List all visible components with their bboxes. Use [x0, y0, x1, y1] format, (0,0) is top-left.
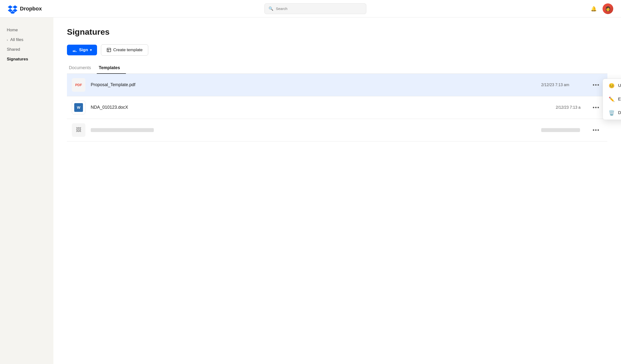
- sidebar-item-allfiles[interactable]: › All files: [0, 35, 53, 45]
- file-icon-pdf: PDF: [72, 78, 85, 92]
- sidebar-item-signatures[interactable]: Signatures: [0, 54, 53, 64]
- header: Dropbox 🔍 🔔 👩: [0, 0, 621, 17]
- edit-icon: ✏️: [609, 96, 615, 102]
- sidebar-item-label-shared: Shared: [7, 47, 20, 52]
- sidebar-item-label-allfiles: All files: [10, 37, 23, 42]
- context-menu-item-delete[interactable]: 🗑️ Delete: [603, 106, 621, 120]
- placeholder-bar-date: [541, 128, 590, 132]
- placeholder-bar-name: [91, 128, 154, 132]
- logo-text: Dropbox: [20, 6, 42, 12]
- file-icon-image: 🖼: [72, 123, 85, 137]
- search-icon: 🔍: [269, 6, 273, 11]
- avatar-image: 👩: [605, 6, 611, 11]
- sidebar-item-label-home: Home: [7, 28, 18, 33]
- more-options-button-image[interactable]: •••: [590, 126, 603, 134]
- sidebar: Home › All files Shared Signatures: [0, 17, 53, 364]
- more-options-button-proposal[interactable]: •••: [590, 81, 603, 89]
- sign-chevron-icon: ▾: [90, 48, 92, 52]
- context-menu-use-label: Use: [618, 83, 621, 88]
- more-options-button-nda[interactable]: •••: [590, 103, 603, 112]
- sidebar-item-shared[interactable]: Shared: [0, 45, 53, 54]
- context-menu-item-use[interactable]: 😊 Use: [603, 79, 621, 92]
- main-content: Signatures Sign ▾ Create template: [53, 17, 621, 364]
- file-row-image: 🖼 •••: [67, 119, 607, 141]
- dropbox-logo-icon: [8, 4, 17, 14]
- chevron-icon: ›: [7, 38, 8, 42]
- sidebar-item-home[interactable]: Home: [0, 25, 53, 35]
- template-icon: [106, 48, 111, 52]
- page-title: Signatures: [67, 27, 607, 37]
- notifications-button[interactable]: 🔔: [589, 4, 599, 14]
- file-name-nda: NDA_010123.docX: [91, 105, 556, 110]
- file-list: PDF Proposal_Template.pdf 2/12/23 7:13 a…: [67, 74, 607, 141]
- search-input[interactable]: [276, 7, 362, 11]
- create-template-button-label: Create template: [113, 48, 143, 52]
- layout: Home › All files Shared Signatures Signa…: [0, 17, 621, 364]
- file-icon-docx: W: [72, 101, 85, 114]
- sign-icon: [72, 48, 77, 52]
- svg-rect-0: [107, 48, 111, 52]
- avatar[interactable]: 👩: [603, 3, 613, 14]
- delete-icon: 🗑️: [609, 110, 615, 116]
- use-icon: 😊: [609, 83, 615, 88]
- header-right: 🔔 👩: [589, 3, 613, 14]
- image-icon: 🖼: [76, 127, 81, 133]
- word-icon: W: [74, 103, 83, 112]
- context-menu-delete-label: Delete: [618, 110, 621, 115]
- tab-documents[interactable]: Documents: [67, 62, 97, 74]
- file-row-proposal: PDF Proposal_Template.pdf 2/12/23 7:13 a…: [67, 74, 607, 96]
- context-menu: 😊 Use ✏️ Edit 🗑️ Delete: [603, 79, 621, 120]
- file-row-nda: W NDA_010123.docX 2/12/23 7:13 a •••: [67, 96, 607, 119]
- context-menu-item-edit[interactable]: ✏️ Edit: [603, 92, 621, 106]
- tab-templates[interactable]: Templates: [97, 62, 126, 74]
- sign-button-label: Sign: [79, 48, 88, 52]
- file-name-proposal: Proposal_Template.pdf: [91, 82, 541, 87]
- toolbar: Sign ▾ Create template: [67, 44, 607, 55]
- pdf-label: PDF: [75, 83, 82, 87]
- file-date-proposal: 2/12/23 7:13 am: [541, 83, 590, 87]
- tabs: Documents Templates: [67, 62, 607, 74]
- sign-button[interactable]: Sign ▾: [67, 45, 97, 55]
- context-menu-edit-label: Edit: [618, 97, 621, 102]
- bell-icon: 🔔: [591, 6, 597, 12]
- file-date-nda: 2/12/23 7:13 a: [556, 105, 590, 110]
- search-bar[interactable]: 🔍: [264, 3, 366, 14]
- sidebar-item-label-signatures: Signatures: [7, 57, 28, 62]
- logo[interactable]: Dropbox: [8, 4, 42, 14]
- create-template-button[interactable]: Create template: [101, 44, 148, 55]
